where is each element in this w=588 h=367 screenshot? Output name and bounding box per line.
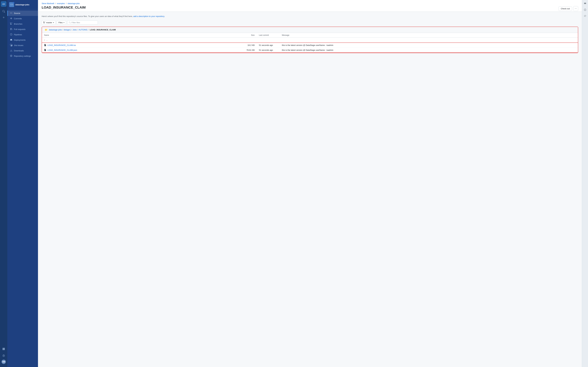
pipelines-icon (10, 33, 12, 36)
jira-issues-icon (10, 44, 12, 47)
breadcrumb-repo[interactable]: datastage-jobs (68, 2, 80, 5)
more-options-button[interactable]: ··· (573, 6, 578, 11)
sidebar-item-downloads[interactable]: Downloads (7, 48, 38, 53)
parent-dir-row: ↑ .. (42, 37, 578, 43)
sidebar-item-pull-requests[interactable]: Pull requests (7, 27, 38, 32)
sidebar-item-branches-label: Branches (14, 23, 22, 25)
file-link-0[interactable]: LOAD_INSURANCE_CLAIM.isx (47, 44, 76, 46)
branches-icon (10, 23, 12, 25)
path-segment-current: LOAD_INSURANCE_CLAIM (90, 29, 116, 31)
table-row: LOAD_INSURANCE_CLAIM.isx 18.2 KB 51 seco… (42, 43, 578, 48)
info-button[interactable] (583, 7, 588, 12)
sidebar: datastage-jobs Source Commits Branches (7, 0, 38, 367)
app-logo[interactable]: </> (1, 1, 6, 7)
path-segment-1[interactable]: dstage1 (64, 29, 71, 31)
page-title: LOAD_INSURANCE_CLAIM (42, 6, 86, 9)
add-icon (2, 16, 5, 19)
file-size-0: 18.2 KB (242, 43, 257, 48)
branch-chevron-icon: ▾ (53, 22, 54, 23)
checkout-button[interactable]: Check out (558, 6, 572, 11)
search-box (67, 20, 98, 25)
col-size-header: Size (242, 33, 257, 38)
sidebar-item-deployments[interactable]: Deployments (7, 37, 38, 43)
add-icon-btn[interactable] (1, 15, 6, 20)
branch-name: master (46, 21, 52, 24)
grid-layout-icon (584, 3, 586, 5)
sidebar-nav: Source Commits Branches Pull requests (7, 9, 38, 60)
sidebar-item-repository-settings-label: Repository settings (14, 55, 31, 57)
parent-dir-icon: ↑ (44, 39, 45, 41)
path-segment-2[interactable]: Jobs (73, 29, 77, 31)
deployments-icon (10, 39, 12, 41)
file-toolbar: master ▾ Files ▾ (42, 20, 578, 25)
code-icon (10, 3, 13, 6)
refresh-icon (584, 15, 586, 17)
svg-point-0 (11, 18, 11, 19)
files-label: Files (59, 21, 63, 24)
branch-icon (43, 22, 45, 23)
file-table: Name Size Last commit Message ↑ .. (42, 33, 578, 53)
sidebar-item-downloads-label: Downloads (14, 50, 24, 52)
sidebar-item-jira-issues[interactable]: Jira issues (7, 43, 38, 48)
content-header: Steve Martinelli / examples / datastage-… (38, 0, 582, 12)
table-row: LOAD_INSURANCE_CLAIM.json 78.61 KB 51 se… (42, 48, 578, 53)
avatar[interactable]: SM (1, 360, 6, 364)
breadcrumb-user[interactable]: Steve Martinelli (42, 2, 54, 5)
info-icon (584, 9, 586, 11)
grid-icon (2, 348, 5, 350)
col-commit-header: Last commit (257, 33, 280, 38)
right-toolbar (582, 0, 588, 367)
path-segment-0[interactable]: datastage-jobs (49, 29, 62, 31)
help-icon (2, 354, 5, 357)
repo-icon (9, 2, 14, 7)
search-icon (69, 22, 71, 23)
sidebar-item-repository-settings[interactable]: Repository settings (7, 53, 38, 59)
repository-settings-icon (10, 55, 12, 57)
file-commit-0: 51 seconds ago (257, 43, 280, 48)
grid-icon-btn[interactable] (1, 346, 6, 352)
file-commit-1: 51 seconds ago (257, 48, 280, 53)
sidebar-item-jira-issues-label: Jira issues (14, 44, 23, 47)
file-browser: 📁 datastage-jobs / dstage1 / Jobs / AUTO… (42, 27, 578, 53)
files-dropdown[interactable]: Files ▾ (57, 20, 66, 25)
file-icon (44, 49, 46, 51)
icon-bar: </> SM (0, 0, 7, 367)
file-message-0: this is the latest version @ DataStage u… (280, 43, 578, 48)
file-browser-breadcrumb: 📁 datastage-jobs / dstage1 / Jobs / AUTO… (42, 27, 578, 33)
commits-icon (10, 17, 12, 20)
file-link-1[interactable]: LOAD_INSURANCE_CLAIM.json (47, 49, 77, 51)
file-message-1: this is the latest version @ DataStage u… (280, 48, 578, 53)
repo-description: Here's where you'll find this repository… (42, 15, 578, 18)
files-chevron-icon: ▾ (64, 22, 64, 23)
sidebar-repo-header: datastage-jobs (7, 0, 38, 9)
breadcrumb-group[interactable]: examples (57, 2, 65, 5)
parent-dir-name: ↑ .. (44, 39, 239, 41)
main-content: Steve Martinelli / examples / datastage-… (38, 0, 582, 367)
add-description-link[interactable]: add a description to your repository. (133, 15, 165, 17)
source-icon (10, 12, 12, 15)
col-name-header: Name (42, 33, 242, 38)
file-size-1: 78.61 KB (242, 48, 257, 53)
sidebar-item-pull-requests-label: Pull requests (14, 28, 26, 30)
sidebar-item-branches[interactable]: Branches (7, 21, 38, 27)
sidebar-item-source[interactable]: Source (7, 10, 38, 16)
filter-files-input[interactable] (71, 21, 96, 24)
grid-layout-button[interactable] (583, 1, 588, 6)
refresh-button[interactable] (583, 13, 588, 18)
col-message-header: Message (280, 33, 578, 38)
sidebar-item-pipelines-label: Pipelines (14, 33, 22, 36)
downloads-icon (10, 49, 12, 52)
repo-badge (13, 2, 15, 3)
file-icon (44, 44, 46, 46)
sidebar-item-source-label: Source (14, 12, 20, 14)
branch-selector[interactable]: master ▾ (42, 20, 56, 25)
sidebar-item-pipelines[interactable]: Pipelines (7, 32, 38, 37)
folder-icon: 📁 (45, 28, 48, 31)
breadcrumb: Steve Martinelli / examples / datastage-… (42, 2, 86, 5)
content-body: Here's where you'll find this repository… (38, 12, 582, 367)
sidebar-item-commits[interactable]: Commits (7, 16, 38, 21)
search-icon-btn[interactable] (1, 8, 6, 14)
sidebar-item-commits-label: Commits (14, 17, 22, 20)
path-segment-3[interactable]: AUTOINS (78, 29, 87, 31)
help-icon-btn[interactable] (1, 353, 6, 359)
